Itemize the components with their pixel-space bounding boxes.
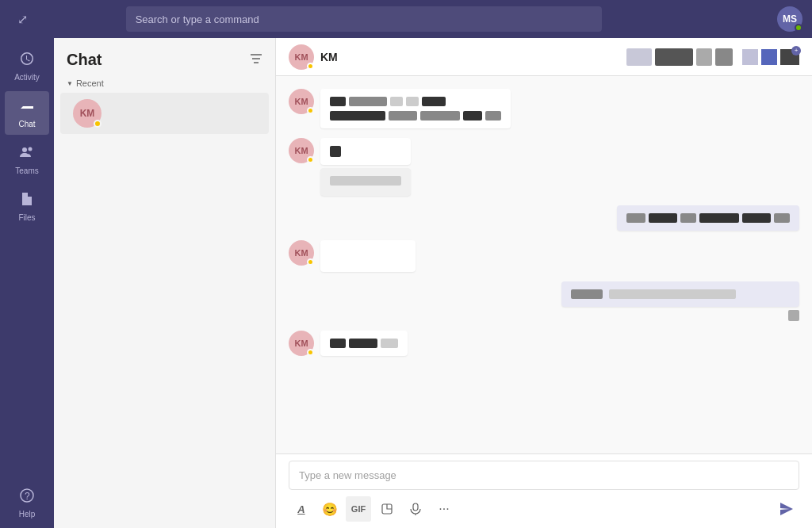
message-row: KM [289, 89, 799, 128]
blur-block [381, 339, 398, 348]
message-row-outgoing [289, 205, 799, 231]
sidebar-item-chat[interactable]: Chat [5, 91, 49, 135]
user-avatar[interactable]: MS [777, 6, 802, 32]
sidebar-item-files[interactable]: Files [5, 185, 49, 228]
message-row: KM [289, 240, 799, 272]
messages-area[interactable]: KM [276, 76, 812, 453]
msg-status-dot [307, 107, 314, 114]
message-input-placeholder: Type a new message [299, 469, 396, 481]
chat-item-avatar: KM [73, 99, 102, 128]
gif-button[interactable]: GIF [346, 496, 371, 522]
blur-row [626, 213, 790, 223]
chat-header-avatar: KM [289, 44, 314, 70]
message-input[interactable]: Type a new message [289, 461, 799, 490]
blur-block [485, 111, 501, 121]
teams-label: Teams [15, 166, 38, 175]
blur-block [330, 339, 346, 348]
teams-icon [19, 144, 35, 164]
message-bubble [320, 168, 411, 196]
header-action-2[interactable] [655, 48, 693, 66]
audio-button[interactable] [403, 496, 428, 522]
chat-list-panel: Chat Recent KM [54, 38, 276, 528]
blur-block [389, 111, 417, 121]
header-right-action-2[interactable] [761, 49, 777, 65]
blur-block [349, 339, 377, 348]
blur-row [330, 339, 398, 348]
blur-block [420, 111, 460, 121]
chat-label: Chat [18, 120, 35, 128]
blur-block [330, 111, 385, 121]
blur-block [422, 97, 446, 106]
files-icon [19, 191, 35, 211]
chat-main: KM KM + [276, 38, 812, 528]
blur-block [463, 111, 482, 121]
msg-status-dot [307, 349, 314, 356]
sidebar-item-teams[interactable]: Teams [5, 138, 49, 182]
header-right-action-1[interactable] [742, 49, 758, 65]
message-bubble [320, 89, 511, 128]
chat-item-status [94, 120, 102, 128]
blur-block [349, 97, 387, 106]
svg-point-0 [22, 147, 27, 152]
chat-item-initials: KM [80, 108, 95, 119]
recent-label: Recent [54, 75, 275, 91]
send-button[interactable] [774, 496, 799, 522]
header-action-1[interactable] [626, 48, 652, 66]
blur-row [330, 111, 501, 121]
blur-block [330, 176, 401, 186]
blur-block [406, 97, 419, 106]
filter-icon[interactable] [250, 52, 262, 68]
blur-block [571, 289, 603, 299]
msg-avatar: KM [289, 89, 314, 114]
header-action-3[interactable] [696, 48, 712, 66]
blur-block [649, 213, 677, 223]
more-tools-button[interactable]: ··· [431, 496, 457, 522]
sidebar-item-help[interactable]: ? Help [5, 481, 49, 528]
chat-list-header: Chat [54, 38, 275, 75]
emoji-button[interactable]: 😊 [317, 496, 343, 522]
svg-text:?: ? [25, 491, 30, 502]
expand-icon[interactable]: ⤢ [10, 12, 35, 27]
help-label: Help [19, 510, 36, 518]
activity-label: Activity [14, 73, 40, 82]
header-action-4[interactable] [715, 48, 733, 66]
svg-rect-5 [413, 503, 418, 511]
blur-block [680, 213, 696, 223]
search-placeholder: Search or type a command [136, 13, 259, 25]
message-bubble [320, 331, 408, 356]
outgoing-status-icon [788, 310, 799, 321]
outgoing-bubble-group [561, 281, 799, 321]
message-row-outgoing [289, 281, 799, 321]
msg-avatar: KM [289, 138, 314, 163]
online-status-dot [795, 24, 802, 32]
blur-block [330, 146, 341, 157]
sidebar: Activity Chat Teams [0, 38, 54, 528]
msg-status-dot [307, 156, 314, 163]
message-bubble-group [320, 138, 411, 196]
input-toolbar: A 😊 GIF ··· [289, 496, 799, 522]
topbar: ⤢ Search or type a command MS [0, 0, 812, 38]
message-row: KM [289, 331, 799, 356]
svg-point-1 [29, 147, 33, 151]
sticker-button[interactable] [374, 496, 400, 522]
help-icon: ? [19, 488, 35, 507]
msg-avatar: KM [289, 331, 314, 356]
chat-header: KM KM + [276, 38, 812, 76]
chat-header-actions: + [626, 48, 799, 66]
blur-row [330, 97, 501, 106]
format-button[interactable]: A [289, 496, 314, 522]
blur-block [609, 289, 736, 299]
chat-list-title: Chat [67, 51, 102, 69]
blur-block [742, 213, 771, 223]
input-area: Type a new message A 😊 GIF [276, 453, 812, 528]
search-bar[interactable]: Search or type a command [126, 6, 602, 32]
header-right-action-3[interactable]: + [780, 49, 799, 65]
message-row: KM [289, 138, 799, 196]
activity-icon [19, 51, 35, 71]
blur-block [699, 213, 739, 223]
chat-list-item[interactable]: KM [60, 93, 269, 134]
message-bubble-outgoing [561, 281, 799, 307]
chat-header-name: KM [320, 51, 338, 63]
sidebar-item-activity[interactable]: Activity [5, 44, 49, 88]
message-bubble [320, 240, 416, 272]
